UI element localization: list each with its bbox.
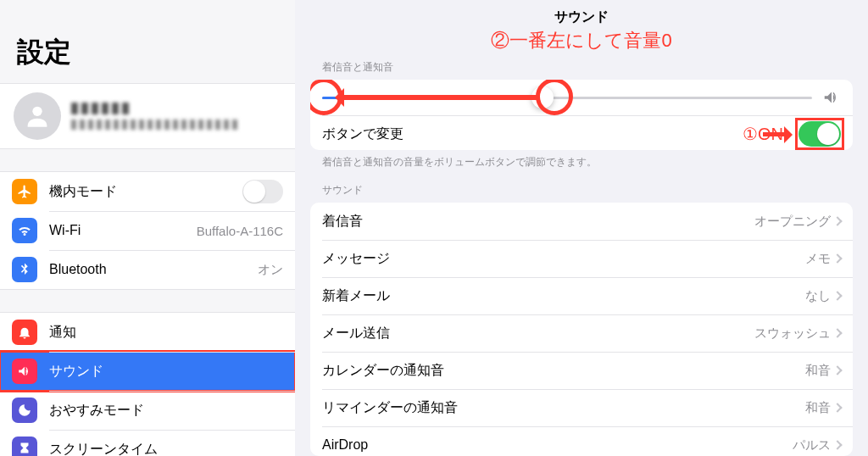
annotation-toggle-outline bbox=[795, 118, 844, 150]
sound-row-ringtone[interactable]: 着信音 オープニング bbox=[310, 203, 853, 240]
sidebar-item-label: 機内モード bbox=[49, 183, 231, 201]
sidebar-item-label: Bluetooth bbox=[49, 262, 246, 277]
sidebar-item-wifi[interactable]: Wi-Fi Buffalo-A-116C bbox=[0, 211, 295, 250]
change-with-buttons-row[interactable]: ボタンで変更 ①ON bbox=[310, 115, 853, 150]
sidebar-item-dnd[interactable]: おやすみモード bbox=[0, 391, 295, 430]
sidebar: 設定 機内モード Wi-Fi Buffalo-A-116C Blue bbox=[0, 0, 295, 456]
section-header-ringer: 着信音と通知音 bbox=[310, 57, 853, 80]
sidebar-item-label: おやすみモード bbox=[49, 402, 283, 420]
row-label: カレンダーの通知音 bbox=[322, 362, 805, 380]
volume-slider[interactable] bbox=[322, 97, 812, 99]
row-value: オープニング bbox=[754, 214, 831, 230]
slider-fill bbox=[322, 97, 542, 99]
sidebar-item-notifications[interactable]: 通知 bbox=[0, 313, 295, 352]
volume-icon bbox=[822, 88, 841, 107]
chevron-right-icon bbox=[832, 403, 842, 413]
chevron-right-icon bbox=[832, 441, 842, 450]
row-value: なし bbox=[805, 288, 831, 304]
chevron-right-icon bbox=[832, 217, 842, 226]
row-value: 和音 bbox=[805, 363, 831, 379]
airplane-switch[interactable] bbox=[242, 180, 283, 203]
sidebar-group-network: 機内モード Wi-Fi Buffalo-A-116C Bluetooth オン bbox=[0, 171, 295, 290]
chevron-right-icon bbox=[832, 366, 842, 375]
chevron-right-icon bbox=[832, 292, 842, 301]
row-value: スウォッシュ bbox=[754, 325, 831, 342]
volume-slider-row[interactable] bbox=[310, 80, 853, 115]
row-label: 新着メール bbox=[322, 287, 805, 305]
row-value: パルス bbox=[793, 437, 831, 453]
row-value: メモ bbox=[805, 251, 831, 267]
row-label: 着信音 bbox=[322, 213, 754, 231]
sound-row-reminder[interactable]: リマインダーの通知音 和音 bbox=[310, 389, 853, 426]
avatar bbox=[14, 92, 61, 140]
sidebar-item-bluetooth[interactable]: Bluetooth オン bbox=[0, 250, 295, 289]
ringer-footer: 着信音と通知音の音量をボリュームボタンで調節できます。 bbox=[310, 150, 853, 180]
slider-thumb[interactable] bbox=[531, 86, 554, 108]
page-title: サウンド bbox=[310, 0, 853, 28]
sound-row-airdrop[interactable]: AirDrop パルス bbox=[310, 426, 853, 456]
hourglass-icon bbox=[12, 437, 37, 456]
annotation-top: ②一番左にして音量0 bbox=[310, 28, 853, 57]
airplane-icon bbox=[12, 179, 37, 204]
sounds-card: 着信音 オープニング メッセージ メモ 新着メール なし メール送信 スウォッシ… bbox=[310, 203, 853, 456]
sound-row-calendar[interactable]: カレンダーの通知音 和音 bbox=[310, 352, 853, 389]
row-label: メール送信 bbox=[322, 325, 754, 342]
chevron-right-icon bbox=[832, 254, 842, 264]
profile-text bbox=[71, 103, 241, 130]
sidebar-item-label: スクリーンタイム bbox=[49, 441, 283, 457]
sound-icon bbox=[12, 359, 37, 384]
sound-row-newmail[interactable]: 新着メール なし bbox=[310, 277, 853, 314]
bell-icon bbox=[12, 320, 37, 345]
svg-point-0 bbox=[32, 107, 42, 116]
row-value: 和音 bbox=[805, 400, 831, 416]
settings-title: 設定 bbox=[0, 0, 295, 83]
sidebar-item-airplane[interactable]: 機内モード bbox=[0, 172, 295, 211]
row-label: メッセージ bbox=[322, 250, 805, 268]
row-label: AirDrop bbox=[322, 437, 793, 453]
bluetooth-value: オン bbox=[258, 262, 283, 278]
sidebar-group-general: 通知 サウンド おやすみモード スクリーンタイム bbox=[0, 312, 295, 456]
sidebar-item-screentime[interactable]: スクリーンタイム bbox=[0, 430, 295, 456]
change-with-buttons-label: ボタンで変更 bbox=[322, 125, 798, 143]
sound-row-sendmail[interactable]: メール送信 スウォッシュ bbox=[310, 314, 853, 352]
sidebar-item-sound[interactable]: サウンド bbox=[0, 352, 295, 391]
chevron-right-icon bbox=[832, 329, 842, 338]
moon-icon bbox=[12, 398, 37, 423]
ringer-card: ボタンで変更 ①ON bbox=[310, 80, 853, 150]
wifi-value: Buffalo-A-116C bbox=[197, 224, 283, 238]
sound-row-message[interactable]: メッセージ メモ bbox=[310, 240, 853, 277]
sidebar-item-label: 通知 bbox=[49, 324, 283, 342]
row-label: リマインダーの通知音 bbox=[322, 399, 805, 417]
profile-row[interactable] bbox=[0, 83, 295, 149]
wifi-icon bbox=[12, 218, 37, 243]
bluetooth-icon bbox=[12, 257, 37, 282]
detail-pane: サウンド ②一番左にして音量0 着信音と通知音 ボタンで変更 ①ON bbox=[295, 0, 868, 456]
section-header-sounds: サウンド bbox=[310, 180, 853, 203]
sidebar-item-label: サウンド bbox=[49, 363, 283, 381]
sidebar-item-label: Wi-Fi bbox=[49, 223, 185, 238]
